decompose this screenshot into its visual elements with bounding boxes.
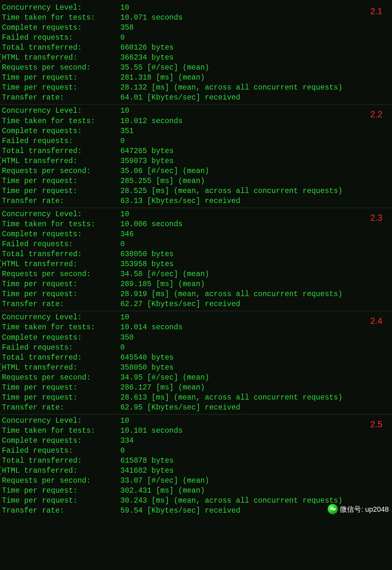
metric-label: Complete requests: [2,333,120,343]
output-row: Concurrency Level:10 [0,3,392,13]
metric-label: [HTML transferred: [0,156,120,166]
metric-value: 615878 bytes [120,456,174,466]
metric-value: 289.185 [ms] (mean) [120,279,205,289]
wechat-icon [328,504,338,514]
metric-label: [HTML transferred: [0,466,120,476]
version-badge: 2.4 [370,315,382,327]
metric-value: 30.243 [ms] (mean, across all concurrent… [120,496,342,506]
metric-label: [HTML transferred: [0,363,120,373]
metric-value: 286.127 [ms] (mean) [120,383,205,393]
output-row: Time taken for tests:10.014 seconds [0,323,392,333]
metric-value: 334 [120,436,134,446]
metric-label: Time per request: [2,486,120,496]
metric-value: 34.95 [#/sec] (mean) [120,373,209,383]
wechat-label: 微信号: up2048 [340,505,389,514]
metric-label: Time taken for tests: [2,426,120,436]
version-badge: 2.3 [370,212,382,224]
metric-value: 285.255 [ms] (mean) [120,176,205,186]
metric-value: 358 [120,23,134,33]
metric-value: 281.318 [ms] (mean) [120,73,205,83]
metric-label: Time per request: [2,393,120,403]
metric-label: Transfer rate: [2,93,120,103]
metric-value: 0 [120,239,125,249]
metric-label: Total transferred: [2,146,120,156]
metric-label: Time per request: [2,289,120,299]
metric-label: Complete requests: [2,23,120,33]
metric-label: Time per request: [2,73,120,83]
output-row: [HTML transferred:358050 bytes [0,363,392,373]
metric-value: 0 [120,136,125,146]
metric-value: 63.13 [Kbytes/sec] received [120,196,240,206]
benchmark-block: 2.4Concurrency Level:10Time taken for te… [0,311,392,414]
output-row: [HTML transferred:341682 bytes [0,466,392,476]
metric-value: 10 [120,209,129,219]
output-row: Failed requests:0 [0,239,392,249]
metric-label: Time per request: [2,83,120,93]
metric-value: 341682 bytes [120,466,174,476]
metric-label: Time taken for tests: [2,323,120,333]
metric-value: 10.071 seconds [120,13,182,23]
version-badge: 2.5 [370,419,382,430]
output-row: Transfer rate:63.13 [Kbytes/sec] receive… [0,196,392,206]
output-row: Time per request:289.185 [ms] (mean) [0,279,392,289]
output-row: Failed requests:0 [0,136,392,146]
output-row: Failed requests:0 [0,33,392,43]
metric-label: Failed requests: [2,239,120,249]
output-row: Complete requests:334 [0,436,392,446]
output-row: Time per request:286.127 [ms] (mean) [0,383,392,393]
metric-label: Complete requests: [2,436,120,446]
output-row: Transfer rate:64.01 [Kbytes/sec] receive… [0,93,392,103]
metric-label: Total transferred: [2,353,120,363]
output-row: Requests per second:34.95 [#/sec] (mean) [0,373,392,383]
metric-label: [HTML transferred: [0,53,120,63]
output-row: Time per request:281.318 [ms] (mean) [0,73,392,83]
metric-value: 35.06 [#/sec] (mean) [120,166,209,176]
output-row: Concurrency Level:10 [0,416,392,426]
metric-value: 358050 bytes [120,363,174,373]
metric-label: Complete requests: [2,229,120,239]
metric-value: 10.006 seconds [120,219,182,229]
output-row: Time per request:302.431 [ms] (mean) [0,486,392,496]
metric-label: Transfer rate: [2,403,120,413]
metric-value: 34.58 [#/sec] (mean) [120,269,209,279]
benchmark-block: 2.3Concurrency Level:10Time taken for te… [0,208,392,311]
metric-label: Requests per second: [2,166,120,176]
metric-value: 351 [120,126,134,136]
output-row: Time per request:285.255 [ms] (mean) [0,176,392,186]
output-row: Total transferred:647265 bytes [0,146,392,156]
output-row: Concurrency Level:10 [0,106,392,116]
metric-label: Total transferred: [2,456,120,466]
output-row: Time per request:28.919 [ms] (mean, acro… [0,289,392,299]
metric-value: 10 [120,313,129,323]
metric-value: 28.613 [ms] (mean, across all concurrent… [120,393,342,403]
metric-label: Time per request: [2,186,120,196]
metric-value: 28.919 [ms] (mean, across all concurrent… [120,289,342,299]
output-row: Failed requests:0 [0,343,392,353]
metric-label: Concurrency Level: [2,313,120,323]
metric-value: 0 [120,343,125,353]
output-row: [HTML transferred:359073 bytes [0,156,392,166]
metric-value: 35.55 [#/sec] (mean) [120,63,209,73]
output-row: Concurrency Level:10 [0,209,392,219]
output-row: Complete requests:358 [0,23,392,33]
output-row: Time taken for tests:10.071 seconds [0,13,392,23]
metric-value: 660126 bytes [120,43,174,53]
metric-value: 366234 bytes [120,53,174,63]
output-row: Requests per second:35.06 [#/sec] (mean) [0,166,392,176]
output-row: Time taken for tests:10.006 seconds [0,219,392,229]
output-row: [HTML transferred:366234 bytes [0,53,392,63]
metric-value: 10.012 seconds [120,116,182,126]
output-row: Concurrency Level:10 [0,313,392,323]
metric-value: 62.95 [Kbytes/sec] received [120,403,240,413]
terminal-output: 2.1Concurrency Level:10Time taken for te… [0,2,392,517]
metric-value: 645540 bytes [120,353,174,363]
metric-value: 0 [120,446,125,456]
metric-label: Failed requests: [2,343,120,353]
output-row: Time per request:28.132 [ms] (mean, acro… [0,83,392,93]
output-row: Transfer rate:62.27 [Kbytes/sec] receive… [0,299,392,309]
output-row: Complete requests:346 [0,229,392,239]
metric-value: 359073 bytes [120,156,174,166]
metric-label: Time per request: [2,496,120,506]
metric-value: 350 [120,333,134,343]
metric-label: Requests per second: [2,63,120,73]
